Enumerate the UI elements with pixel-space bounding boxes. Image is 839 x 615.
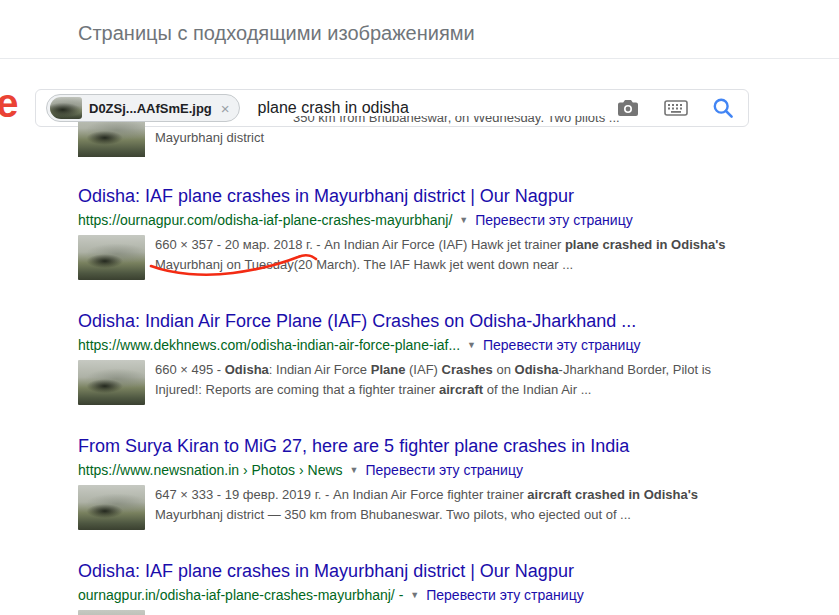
translate-page-link[interactable]: Перевести эту страницу [365, 462, 522, 479]
snippet-segment: Mayurbhanj on Tuesday(20 March). The IAF… [155, 257, 573, 272]
result-url: ournagpur.in/odisha-iaf-plane-crashes-ma… [78, 587, 403, 604]
snippet-segment: 647 × 333 - 19 февр. 2019 г. - An Indian… [155, 487, 527, 502]
section-header: Страницы с подходящими изображениями [0, 0, 839, 45]
translate-page-link[interactable]: Перевести эту страницу [426, 587, 583, 604]
result-snippet-row: 660 × 495 - Odisha: Indian Air Force Pla… [78, 360, 839, 405]
image-chip[interactable]: D0ZSj...AAfSmE.jpg × [46, 94, 240, 122]
result-snippet-row: 660 × 357 - 20 мар. 2018 г. - An Indian … [78, 235, 839, 280]
snippet-segment: 660 × 495 - [155, 362, 225, 377]
result-snippet: 660 × 357 - An Indian Air Force (IAF) Ha… [155, 610, 730, 615]
search-result: Odisha: IAF plane crashes in Mayurbhanj … [78, 560, 839, 615]
snippet-segment: Plane [371, 362, 406, 377]
snippet-segment: Crashes [442, 362, 493, 377]
result-thumbnail[interactable] [78, 485, 145, 530]
snippet-segment: plane crashed in Odisha's [565, 237, 726, 252]
snippet-segment: Odisha [515, 362, 559, 377]
result-dropdown-arrow-icon[interactable]: ▼ [350, 462, 359, 479]
result-snippet-row: 647 × 333 - 19 февр. 2019 г. - An Indian… [78, 485, 839, 530]
snippet-segment: : Indian Air Force [269, 362, 371, 377]
result-snippet: 647 × 333 - 19 февр. 2019 г. - An Indian… [155, 485, 730, 530]
result-snippet-row: 660 × 357 - An Indian Air Force (IAF) Ha… [78, 610, 839, 615]
snippet-segment: on [493, 362, 515, 377]
search-result: From Surya Kiran to MiG 27, here are 5 f… [78, 435, 839, 530]
result-title-link[interactable]: From Surya Kiran to MiG 27, here are 5 f… [78, 435, 748, 457]
camera-icon[interactable] [616, 98, 640, 118]
chip-image-thumbnail [50, 97, 82, 119]
translate-page-link[interactable]: Перевести эту страницу [475, 212, 632, 229]
search-icon[interactable] [712, 97, 734, 119]
snippet-segment: Mayurbhanj district — 350 km from Bhuban… [155, 507, 631, 522]
result-dropdown-arrow-icon[interactable]: ▼ [459, 212, 468, 229]
result-url-line: ournagpur.in/odisha-iaf-plane-crashes-ma… [78, 586, 839, 604]
result-url-line: https://www.dekhnews.com/odisha-indian-a… [78, 336, 839, 354]
chip-filename: D0ZSj...AAfSmE.jpg [89, 101, 212, 116]
snippet-segment: Odisha [225, 362, 269, 377]
google-image-search-results-page: Страницы с подходящими изображениями le … [0, 0, 839, 615]
logo-letter-e: e [0, 81, 16, 125]
partial-result-thumbnail[interactable] [78, 122, 145, 157]
search-result: Odisha: IAF plane crashes in Mayurbhanj … [78, 185, 839, 280]
result-title-link[interactable]: Odisha: IAF plane crashes in Mayurbhanj … [78, 560, 748, 582]
result-url: https://ournagpur.com/odisha-iaf-plane-c… [78, 212, 452, 229]
result-dropdown-arrow-icon[interactable]: ▼ [467, 337, 476, 354]
snippet-segment: 660 × 357 - 20 мар. 2018 г. - An Indian … [155, 237, 565, 252]
result-url-line: https://ournagpur.com/odisha-iaf-plane-c… [78, 211, 839, 229]
partial-snippet-line2: Mayurbhanj district [155, 130, 264, 145]
result-url: https://www.dekhnews.com/odisha-indian-a… [78, 337, 460, 354]
snippet-segment: aircraft crashed in Odisha's [527, 487, 698, 502]
search-bar-icons [616, 97, 734, 119]
result-thumbnail[interactable] [78, 235, 145, 280]
result-snippet: 660 × 357 - 20 мар. 2018 г. - An Indian … [155, 235, 730, 280]
snippet-segment: (IAF) [405, 362, 441, 377]
search-result: Odisha: Indian Air Force Plane (IAF) Cra… [78, 310, 839, 405]
result-title-link[interactable]: Odisha: Indian Air Force Plane (IAF) Cra… [78, 310, 748, 332]
snippet-segment: of the Indian Air ... [483, 382, 591, 397]
google-logo-fragment[interactable]: le [0, 81, 16, 125]
result-thumbnail[interactable] [78, 610, 145, 615]
search-zone: le D0ZSj...AAfSmE.jpg × plane crash in o… [0, 59, 839, 159]
partial-snippet-line1: 350 km from Bhubaneswar, on Wednesday. T… [293, 116, 620, 128]
translate-page-link[interactable]: Перевести эту страницу [483, 337, 640, 354]
chip-remove-icon[interactable]: × [221, 101, 230, 116]
result-url-line: https://www.newsnation.in › Photos › New… [78, 461, 839, 479]
result-dropdown-arrow-icon[interactable]: ▼ [410, 587, 419, 604]
result-url: https://www.newsnation.in › Photos › New… [78, 462, 343, 479]
snippet-segment: aircraft [439, 382, 483, 397]
result-title-link[interactable]: Odisha: IAF plane crashes in Mayurbhanj … [78, 185, 748, 207]
keyboard-icon[interactable] [664, 100, 688, 116]
results-list: Odisha: IAF plane crashes in Mayurbhanj … [0, 185, 839, 615]
search-query-text[interactable]: plane crash in odisha [258, 99, 409, 117]
result-snippet: 660 × 495 - Odisha: Indian Air Force Pla… [155, 360, 730, 405]
result-thumbnail[interactable] [78, 360, 145, 405]
